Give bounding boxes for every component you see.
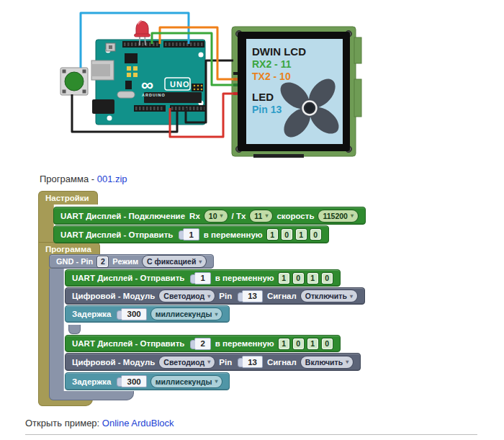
signal-dropdown[interactable]: Включить xyxy=(301,356,353,368)
var-bits: 1 0 1 0 xyxy=(279,338,333,349)
block-delay-2[interactable]: Задержка 300 миллисекунды xyxy=(65,372,230,390)
tab-settings[interactable]: Настройки xyxy=(38,191,98,205)
block-digital-1[interactable]: Цифровой - Модуль Светодиод Pin 13 Сигна… xyxy=(65,287,365,305)
var-bit[interactable]: 1 xyxy=(307,338,318,349)
push-button xyxy=(60,68,88,95)
mode-dropdown[interactable]: С фиксацией xyxy=(143,256,206,267)
var-bits: 1 0 1 0 xyxy=(267,229,321,240)
speed-dropdown[interactable]: 115200 xyxy=(318,210,357,222)
divider xyxy=(25,434,477,435)
signal-value: Включить xyxy=(305,358,343,367)
rx-pin-value: 10 xyxy=(209,212,217,220)
delay-input[interactable]: 300 xyxy=(121,308,146,320)
var-bit[interactable]: 0 xyxy=(310,229,321,240)
module-value: Светодиод xyxy=(163,292,204,300)
delay-unit-dropdown[interactable]: миллисекунды xyxy=(151,308,222,320)
rx-label: Rx xyxy=(189,212,200,220)
block-label: UART Дисплей - Отправить xyxy=(72,339,184,348)
to-var-label: в переменную xyxy=(215,274,274,282)
send-value-input[interactable]: 1 xyxy=(194,272,210,284)
block-label: UART Дисплей - Отправить xyxy=(72,274,184,282)
block-uart-connect[interactable]: UART Дисплей - Подключение Rx 10 / Tx 11… xyxy=(53,207,366,225)
settings-tab-label: Настройки xyxy=(45,194,89,202)
var-bit[interactable]: 1 xyxy=(279,273,289,284)
dwin-lcd: DWIN LCD RX2 - 11 TX2 - 10 LED Pin 13 xyxy=(232,27,361,158)
uno-label: UNO xyxy=(170,80,189,89)
icsp-pins xyxy=(192,84,203,91)
module-dropdown[interactable]: Светодиод xyxy=(159,290,215,302)
var-bit[interactable]: 0 xyxy=(282,229,292,240)
lcd-pin-label: Pin 13 xyxy=(252,104,282,115)
arduino-logo-icon: ∞ xyxy=(141,75,153,94)
speed-label: скорость xyxy=(276,212,314,220)
mode-label: Режим xyxy=(112,257,138,266)
delay-unit-value: миллисекунды xyxy=(156,377,212,386)
gnd-pin-value[interactable]: 2 xyxy=(97,256,108,267)
signal-label: Сигнал xyxy=(267,358,297,367)
tx-pin-value: 11 xyxy=(254,212,262,220)
to-var-label: в переменную xyxy=(204,230,263,239)
program-tab-label: Программа xyxy=(45,245,91,253)
lcd-led-label: LED xyxy=(252,91,274,103)
var-bit[interactable]: 0 xyxy=(322,273,333,284)
block-label: Цифровой - Модуль xyxy=(72,358,155,367)
block-uart-send-2[interactable]: UART Дисплей - Отправить 2 в переменную … xyxy=(65,335,341,352)
send-value-input[interactable]: 1 xyxy=(183,228,199,241)
signal-label: Сигнал xyxy=(267,292,297,300)
signal-dropdown[interactable]: Отключить xyxy=(301,290,357,302)
tx-pin-dropdown[interactable]: 11 xyxy=(250,210,272,222)
program-zip-link[interactable]: 001.zip xyxy=(97,174,127,184)
ardublock-link[interactable]: Online ArduBlock xyxy=(102,418,174,428)
var-bit[interactable]: 0 xyxy=(293,273,304,284)
pin-label: Pin xyxy=(219,292,232,300)
lcd-rx-label: RX2 - 11 xyxy=(252,58,292,70)
gnd-wrapper-bottom[interactable] xyxy=(49,391,134,400)
var-bit[interactable]: 1 xyxy=(296,229,307,240)
delay-unit-dropdown[interactable]: миллисекунды xyxy=(151,376,222,387)
speed-value: 115200 xyxy=(323,212,347,220)
mode-value: С фиксацией xyxy=(147,257,196,266)
lcd-title: DWIN LCD xyxy=(252,45,306,58)
block-digital-2[interactable]: Цифровой - Модуль Светодиод Pin 13 Сигна… xyxy=(65,353,361,371)
var-bit[interactable]: 1 xyxy=(267,229,278,240)
block-uart-send-setup[interactable]: UART Дисплей - Отправить 1 в переменную … xyxy=(53,225,329,243)
var-bit[interactable]: 0 xyxy=(293,338,304,349)
power-jack xyxy=(92,99,114,114)
module-dropdown[interactable]: Светодиод xyxy=(159,356,215,368)
block-uart-send-1[interactable]: UART Дисплей - Отправить 1 в переменную … xyxy=(65,269,341,287)
block-gnd-pin[interactable]: GND - Pin 2 Режим С фиксацией xyxy=(49,254,214,269)
pin-input[interactable]: 13 xyxy=(242,356,263,368)
example-link-prefix: Открыть пример: xyxy=(25,418,102,428)
circuit-diagram: ∞ UNO ARDUINO xyxy=(0,0,504,173)
send-value-input[interactable]: 2 xyxy=(194,338,210,350)
block-label: UART Дисплей - Отправить xyxy=(60,230,173,239)
block-label: Задержка xyxy=(72,377,111,386)
program-link-prefix: Программа - xyxy=(40,174,97,184)
pin-label: Pin xyxy=(219,358,232,367)
signal-value: Отключить xyxy=(305,292,347,300)
rx-pin-dropdown[interactable]: 10 xyxy=(204,210,228,222)
example-link-line: Открыть пример: Online ArduBlock xyxy=(25,418,174,428)
to-var-label: в переменную xyxy=(215,339,274,348)
block-delay-1[interactable]: Задержка 300 миллисекунды xyxy=(65,305,230,323)
program-link-line: Программа - 001.zip xyxy=(40,174,127,184)
var-bit[interactable]: 0 xyxy=(322,338,333,349)
var-bits: 1 0 1 0 xyxy=(279,273,333,284)
module-value: Светодиод xyxy=(163,358,204,367)
block-label: UART Дисплей - Подключение xyxy=(60,212,185,220)
delay-unit-value: миллисекунды xyxy=(156,310,212,318)
var-bit[interactable]: 1 xyxy=(307,273,318,284)
tx-label: / Tx xyxy=(232,212,246,220)
tutorial-page: ∞ UNO ARDUINO xyxy=(0,0,504,440)
var-bit[interactable]: 1 xyxy=(279,338,289,349)
pin-input[interactable]: 13 xyxy=(242,290,263,302)
block-label: GND - Pin xyxy=(56,257,93,266)
arduino-brand-label: ARDUINO xyxy=(142,93,166,97)
lcd-tx-label: TX2 - 10 xyxy=(252,71,291,82)
block-label: Задержка xyxy=(72,310,111,318)
block-label: Цифровой - Модуль xyxy=(72,292,155,300)
gnd-wrapper-spine[interactable] xyxy=(49,269,64,392)
gnd-wrapper-notch xyxy=(68,325,81,334)
delay-input[interactable]: 300 xyxy=(121,375,146,387)
arduino-board: ∞ UNO ARDUINO xyxy=(91,40,206,125)
